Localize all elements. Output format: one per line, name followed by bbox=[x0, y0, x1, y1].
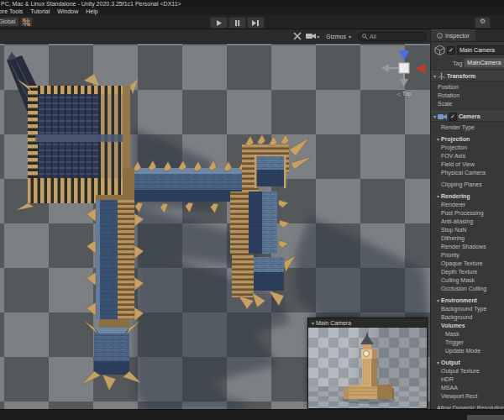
camera-rows: Render TypeProjectionProjectionFOV AxisF… bbox=[431, 122, 504, 409]
preview-tower-model bbox=[330, 333, 406, 407]
inspector-row: Post Processing bbox=[431, 209, 504, 218]
inspector-row: Position bbox=[431, 83, 504, 92]
inspector-row: Clipping Planes bbox=[431, 181, 504, 189]
inspector-row: Field of View bbox=[431, 160, 504, 169]
inspector-row: Dithering bbox=[431, 234, 504, 243]
info-icon: i bbox=[437, 33, 443, 39]
scene-view: ▾ Gizmos ▾ All bbox=[0, 29, 430, 409]
inspector-row: Rotation bbox=[431, 92, 504, 100]
camera-preview-panel: ▾Main Camera bbox=[307, 318, 428, 409]
window-title: PC, Mac & Linux Standalone - Unity 2020.… bbox=[0, 0, 504, 8]
scene-toolbar: ▾ Gizmos ▾ All bbox=[0, 29, 430, 44]
inspector-row: Scale bbox=[431, 100, 504, 108]
active-checkbox[interactable]: ✓ bbox=[447, 46, 455, 55]
gizmos-dropdown[interactable]: Gizmos ▾ bbox=[323, 33, 354, 40]
cube-icon bbox=[434, 45, 445, 55]
x-axis-cone bbox=[415, 64, 425, 73]
inspector-row[interactable]: Output bbox=[431, 359, 504, 367]
transform-header[interactable]: ▾ Transform bbox=[431, 71, 504, 81]
play-icon[interactable] bbox=[210, 17, 228, 29]
tag-dropdown[interactable]: MainCamera bbox=[464, 58, 504, 68]
transform-icon bbox=[438, 72, 445, 80]
menu-item[interactable]: Tutorial bbox=[30, 8, 50, 15]
gear-icon[interactable]: ⚙ bbox=[475, 17, 491, 29]
global-toggle-button[interactable]: Global bbox=[0, 17, 19, 27]
foldout-icon: ▾ bbox=[433, 113, 436, 119]
name-field[interactable] bbox=[457, 45, 504, 55]
menu-item[interactable]: Window bbox=[57, 8, 78, 15]
menu-item[interactable]: tore Tools bbox=[0, 8, 23, 15]
inspector-row: FOV Axis bbox=[431, 152, 504, 160]
camera-preview-image bbox=[308, 328, 427, 408]
inspector-row: Background Type bbox=[431, 305, 504, 313]
status-progress-box bbox=[467, 415, 504, 420]
scene-viewport[interactable]: z Top ▾Main Camera bbox=[0, 44, 430, 409]
inspector-row: Output Texture bbox=[431, 367, 504, 375]
z-axis-cone bbox=[399, 50, 409, 61]
camera-header[interactable]: ▾ ✓ Camera bbox=[431, 111, 504, 122]
right-gate bbox=[242, 134, 312, 198]
inspector-row: Stop NaN bbox=[431, 226, 504, 234]
pause-icon[interactable] bbox=[228, 17, 246, 29]
inspector-panel: i Inspector ✓ Tag MainCamera ▾ bbox=[430, 29, 504, 409]
main-building bbox=[17, 74, 138, 210]
inspector-row: Priority bbox=[431, 251, 504, 260]
step-icon[interactable] bbox=[247, 17, 265, 29]
right-wall bbox=[230, 192, 290, 254]
inspector-row[interactable]: Projection bbox=[431, 135, 504, 144]
inspector-row: Culling Mask bbox=[431, 276, 504, 285]
inspector-row[interactable]: Rendering bbox=[431, 192, 504, 201]
inspector-row: Opaque Texture bbox=[431, 260, 504, 268]
tab-inspector[interactable]: i Inspector bbox=[431, 29, 475, 41]
gizmo-cube bbox=[399, 63, 409, 73]
search-icon bbox=[362, 34, 368, 39]
menu-item[interactable]: Help bbox=[86, 8, 97, 15]
inspector-row: Render Shadows bbox=[431, 243, 504, 251]
inspector-row: HDR bbox=[431, 375, 504, 384]
inspector-row: Mask bbox=[431, 330, 504, 339]
camera-dropdown-icon[interactable]: ▾ bbox=[306, 33, 319, 39]
foldout-icon: ▾ bbox=[433, 73, 436, 79]
view-mode-label[interactable]: Top bbox=[381, 91, 428, 97]
tag-label: Tag bbox=[453, 60, 462, 66]
inspector-row: Update Mode bbox=[431, 347, 504, 355]
gameobject-header: ✓ Tag MainCamera bbox=[431, 42, 504, 71]
inspector-row: Physical Camera bbox=[431, 169, 504, 177]
inspector-row: Anti-aliasing bbox=[431, 218, 504, 226]
inspector-row: Occlusion Culling bbox=[431, 285, 504, 293]
camera-preview-header[interactable]: ▾Main Camera bbox=[308, 318, 427, 328]
inspector-row: Volumes bbox=[431, 322, 504, 330]
inspector-row: Background bbox=[431, 313, 504, 322]
inspector-row[interactable]: Environment bbox=[431, 297, 504, 305]
inspector-tabbar: i Inspector bbox=[431, 29, 504, 42]
scene-search-input[interactable]: All bbox=[358, 32, 427, 41]
inspector-row: Viewport Rect bbox=[431, 392, 504, 401]
camera-icon bbox=[438, 113, 447, 120]
z-axis-label: z bbox=[402, 45, 404, 50]
orientation-gizmo[interactable]: z Top bbox=[381, 47, 428, 97]
inspector-row: Trigger bbox=[431, 339, 504, 347]
main-toolbar: Global ⚙ bbox=[0, 15, 504, 29]
inspector-row: Projection bbox=[431, 144, 504, 152]
scene-tools-icon[interactable] bbox=[293, 32, 302, 40]
chevron-down-icon: ▾ bbox=[317, 34, 319, 39]
menu-bar: tore ToolsTutorialWindowHelp bbox=[0, 8, 504, 15]
chevron-down-icon: ▾ bbox=[349, 34, 351, 39]
playmode-controls bbox=[210, 17, 265, 29]
inspector-row: Render Type bbox=[431, 123, 504, 132]
grid-snap-icon[interactable] bbox=[20, 17, 33, 27]
transform-rows: PositionRotationScale bbox=[431, 81, 504, 111]
inspector-row: Depth Texture bbox=[431, 268, 504, 276]
inspector-row: MSAA bbox=[431, 384, 504, 392]
inspector-row: Renderer bbox=[431, 201, 504, 209]
camera-enabled-checkbox[interactable]: ✓ bbox=[449, 113, 457, 121]
bottom-tower bbox=[81, 319, 141, 391]
foldout-icon: ▾ bbox=[312, 321, 314, 326]
status-bar bbox=[0, 409, 504, 420]
